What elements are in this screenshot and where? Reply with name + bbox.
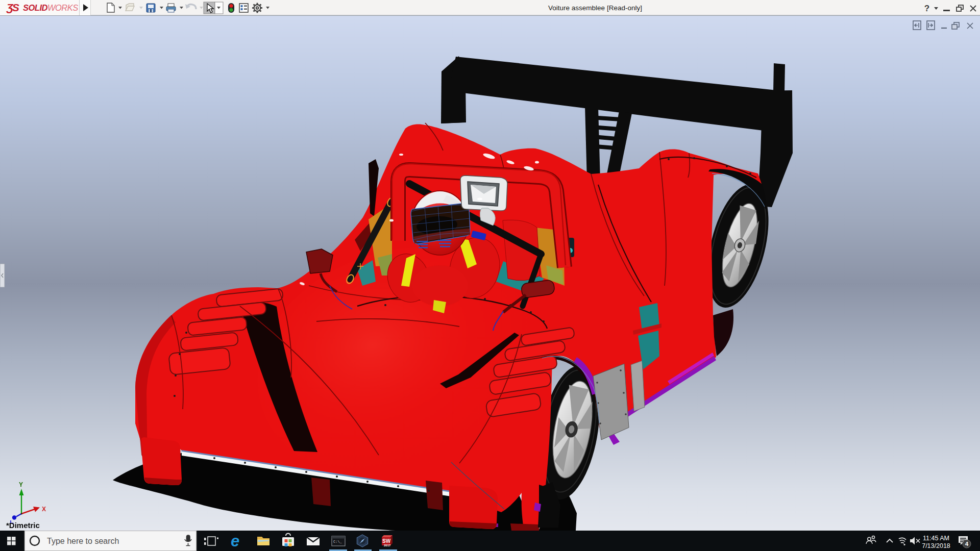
svg-text:e: e (231, 532, 239, 550)
svg-text:C:\_: C:\_ (333, 540, 342, 544)
svg-text:2017: 2017 (384, 544, 391, 547)
svg-text:Voiture assemblee [Read-only]: Voiture assemblee [Read-only] (548, 4, 642, 12)
svg-text:11:45 AM: 11:45 AM (923, 535, 949, 542)
svg-text:?: ? (924, 4, 929, 13)
svg-text:Y: Y (19, 481, 23, 488)
svg-text:X: X (42, 506, 46, 513)
svg-text:ƷS: ƷS (6, 2, 19, 13)
svg-text:7/13/2018: 7/13/2018 (922, 542, 950, 549)
svg-text:SW: SW (382, 538, 391, 544)
svg-text:SOLIDWORKS: SOLIDWORKS (23, 3, 78, 12)
svg-text:*Dimetric: *Dimetric (6, 521, 40, 530)
svg-text:Type here to search: Type here to search (47, 537, 119, 545)
svg-text:4: 4 (965, 541, 969, 547)
